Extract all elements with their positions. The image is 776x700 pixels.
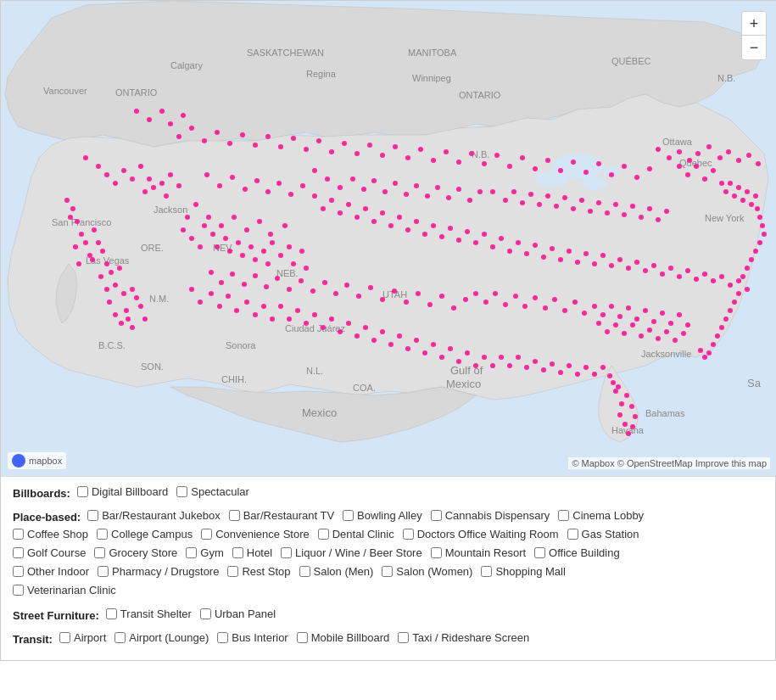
filter-item-liquor-store[interactable]: Liquor / Wine / Beer Store — [281, 546, 422, 559]
filter-item-rest-stop[interactable]: Rest Stop — [227, 565, 290, 578]
svg-point-141 — [422, 350, 427, 356]
filter-item-transit-shelter[interactable]: Transit Shelter — [106, 608, 192, 620]
checkbox-dental-clinic[interactable] — [318, 529, 329, 540]
filter-item-dental-clinic[interactable]: Dental Clinic — [318, 528, 394, 540]
svg-point-131 — [338, 329, 343, 334]
checkbox-liquor-store[interactable] — [281, 547, 292, 558]
filter-item-grocery-store[interactable]: Grocery Store — [94, 546, 177, 559]
svg-text:ONTARIO: ONTARIO — [115, 87, 158, 98]
filter-item-gym[interactable]: Gym — [186, 546, 223, 559]
filter-item-spectacular[interactable]: Spectacular — [176, 485, 249, 498]
checkbox-bus-interior[interactable] — [217, 632, 228, 643]
checkbox-rest-stop[interactable] — [227, 566, 238, 577]
checkbox-airport[interactable] — [59, 632, 70, 643]
filter-item-bar-restaurant-tv[interactable]: Bar/Restaurant TV — [229, 509, 334, 522]
filter-item-salon-women[interactable]: Salon (Women) — [382, 565, 472, 578]
svg-point-284 — [622, 331, 627, 336]
filter-item-college-campus[interactable]: College Campus — [97, 528, 193, 540]
zoom-in-button[interactable]: + — [742, 12, 766, 36]
checkbox-salon-women[interactable] — [382, 566, 393, 577]
checkbox-bar-restaurant-jukebox[interactable] — [87, 510, 98, 521]
checkbox-veterinarian-clinic[interactable] — [13, 585, 24, 596]
filter-item-shopping-mall[interactable]: Shopping Mall — [481, 565, 565, 578]
checkbox-office-building[interactable] — [534, 547, 545, 558]
svg-point-203 — [651, 263, 656, 268]
filter-item-cinema-lobby[interactable]: Cinema Lobby — [558, 509, 644, 522]
filter-item-taxi-rideshare[interactable]: Taxi / Rideshare Screen — [398, 631, 529, 644]
svg-point-49 — [100, 249, 105, 254]
checkbox-spectacular[interactable] — [176, 486, 187, 497]
checkbox-transit-shelter[interactable] — [106, 608, 117, 619]
checkbox-hotel[interactable] — [232, 547, 243, 558]
checkbox-urban-panel[interactable] — [200, 608, 211, 619]
svg-point-176 — [422, 232, 427, 237]
checkbox-airport-lounge[interactable] — [114, 632, 126, 643]
filter-item-hotel[interactable]: Hotel — [232, 546, 272, 559]
checkbox-mobile-billboard[interactable] — [297, 632, 308, 643]
filter-item-pharmacy[interactable]: Pharmacy / Drugstore — [98, 565, 219, 578]
checkbox-cinema-lobby[interactable] — [558, 510, 569, 521]
filter-item-digital-billboard[interactable]: Digital Billboard — [77, 485, 168, 498]
checkbox-gas-station[interactable] — [567, 529, 578, 540]
filter-item-office-building[interactable]: Office Building — [534, 546, 620, 559]
label-gas-station: Gas Station — [582, 528, 639, 540]
checkbox-other-indoor[interactable] — [13, 566, 24, 577]
checkbox-taxi-rideshare[interactable] — [398, 632, 409, 643]
filter-item-gas-station[interactable]: Gas Station — [567, 528, 639, 540]
svg-point-251 — [520, 200, 525, 205]
svg-point-149 — [490, 363, 495, 368]
filter-item-airport[interactable]: Airport — [59, 631, 106, 644]
checkbox-doctors-office[interactable] — [403, 529, 414, 540]
svg-text:ONTARIO: ONTARIO — [459, 90, 501, 100]
svg-point-285 — [630, 322, 635, 328]
zoom-out-button[interactable]: − — [742, 36, 766, 59]
checkbox-bar-restaurant-tv[interactable] — [229, 510, 240, 521]
checkbox-digital-billboard[interactable] — [77, 486, 88, 497]
checkbox-grocery-store[interactable] — [94, 547, 105, 558]
svg-text:CHIH.: CHIH. — [221, 374, 247, 384]
svg-point-125 — [287, 316, 292, 322]
map-attribution: © Mapbox © OpenStreetMap Improve this ma… — [568, 457, 770, 469]
svg-text:Jackson: Jackson — [154, 204, 187, 215]
checkbox-college-campus[interactable] — [97, 529, 108, 540]
svg-point-216 — [685, 172, 690, 177]
label-airport-lounge: Airport (Lounge) — [129, 631, 209, 644]
svg-point-159 — [575, 372, 580, 377]
filter-item-mountain-resort[interactable]: Mountain Resort — [431, 546, 526, 559]
checkbox-shopping-mall[interactable] — [481, 566, 492, 577]
filter-item-salon-men[interactable]: Salon (Men) — [299, 565, 374, 578]
checkbox-gym[interactable] — [186, 547, 197, 558]
checkbox-convenience-store[interactable] — [201, 529, 212, 540]
filter-item-doctors-office[interactable]: Doctors Office Waiting Room — [403, 528, 559, 540]
filter-item-veterinarian-clinic[interactable]: Veterinarian Clinic — [13, 584, 116, 596]
filter-item-bowling-alley[interactable]: Bowling Alley — [343, 509, 422, 522]
checkbox-golf-course[interactable] — [13, 547, 24, 558]
svg-point-115 — [198, 300, 203, 305]
checkbox-mountain-resort[interactable] — [431, 547, 442, 558]
svg-point-378 — [513, 294, 518, 299]
filter-item-bus-interior[interactable]: Bus Interior — [217, 631, 288, 644]
checkbox-cannabis-dispensary[interactable] — [431, 510, 442, 521]
svg-text:SON.: SON. — [141, 361, 164, 372]
filter-item-bar-restaurant-jukebox[interactable]: Bar/Restaurant Jukebox — [87, 509, 220, 522]
checkbox-coffee-shop[interactable] — [13, 529, 24, 540]
checkbox-bowling-alley[interactable] — [343, 510, 354, 521]
svg-point-401 — [275, 276, 280, 281]
filter-item-urban-panel[interactable]: Urban Panel — [200, 608, 276, 620]
svg-point-286 — [639, 333, 644, 339]
filter-item-golf-course[interactable]: Golf Course — [13, 546, 86, 559]
svg-point-316 — [265, 134, 271, 139]
checkbox-pharmacy[interactable] — [98, 566, 109, 577]
svg-point-269 — [592, 304, 597, 309]
filter-item-mobile-billboard[interactable]: Mobile Billboard — [297, 631, 390, 644]
svg-point-235 — [749, 257, 754, 262]
filter-item-other-indoor[interactable]: Other Indoor — [13, 565, 89, 578]
checkbox-salon-men[interactable] — [299, 566, 310, 577]
filter-item-coffee-shop[interactable]: Coffee Shop — [13, 528, 88, 540]
svg-point-64 — [142, 316, 148, 322]
filter-item-convenience-store[interactable]: Convenience Store — [201, 528, 310, 540]
filter-item-cannabis-dispensary[interactable]: Cannabis Dispensary — [431, 509, 550, 522]
svg-point-169 — [363, 206, 368, 211]
filter-item-airport-lounge[interactable]: Airport (Lounge) — [114, 631, 209, 644]
svg-point-53 — [98, 274, 103, 279]
